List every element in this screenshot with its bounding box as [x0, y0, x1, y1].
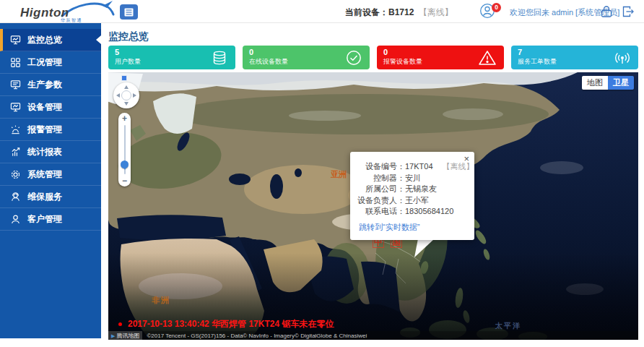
warning-triangle-icon — [478, 49, 497, 67]
popup-row-company: 所属公司：无锡泉友 — [350, 184, 474, 195]
map-zoom-control: + − — [118, 113, 131, 187]
sidebar-item-label: 报警管理 — [27, 124, 62, 136]
pan-down-arrow[interactable] — [124, 102, 129, 106]
hignton-logo: Hignton 华辰智通 — [19, 1, 110, 22]
device-monitor-icon — [9, 101, 21, 113]
close-icon[interactable]: × — [464, 154, 469, 163]
sidebar-item-label: 工况管理 — [27, 56, 62, 69]
sidebar-item-label: 设备管理 — [27, 101, 62, 113]
popup-rows: 设备编号：17KT04【离线】 控制器：安川 所属公司：无锡泉友 设备负责人：王… — [350, 152, 474, 218]
sidebar-item-label: 系统管理 — [27, 168, 62, 181]
device-info-popup: × 设备编号：17KT04【离线】 控制器：安川 所属公司：无锡泉友 设备负责人… — [350, 152, 474, 240]
current-device-status: 【离线】 — [419, 7, 453, 17]
zoom-slider-knob[interactable] — [121, 160, 129, 168]
list-icon — [124, 8, 134, 17]
sidebar-item-system-management[interactable]: 系统管理 — [0, 163, 101, 186]
person-icon — [9, 213, 21, 225]
sidebar-item-label: 生产参数 — [27, 79, 62, 91]
sidebar-item-working-condition[interactable]: 工况管理 — [0, 51, 101, 74]
alarm-ticker: 2017-10-13 13:40:42 华西焊管 17KT24 锯车未在零位 — [118, 318, 334, 330]
sidebar-item-monitor-overview[interactable]: 监控总览 — [0, 29, 101, 51]
sidebar-toggle-button[interactable] — [120, 4, 138, 20]
map-label-pacific: 太平洋 — [495, 321, 521, 331]
tencent-logo-icon: ▶ — [111, 333, 115, 338]
popup-row-device-id: 设备编号：17KT04【离线】 — [350, 161, 474, 173]
pan-left-arrow[interactable] — [116, 93, 120, 98]
sidebar-item-label: 统计报表 — [27, 146, 62, 158]
pan-up-arrow[interactable] — [124, 85, 129, 89]
sidebar-item-production-params[interactable]: 生产参数 — [0, 74, 101, 96]
chart-icon — [9, 146, 21, 158]
current-device-indicator: 当前设备：B1712 【离线】 — [345, 7, 453, 19]
logo-chinese-name: 华辰智通 — [61, 17, 82, 24]
notification-badge[interactable]: 0 — [492, 3, 501, 12]
sidebar-item-statistics-report[interactable]: 统计报表 — [0, 141, 101, 163]
locate-button[interactable] — [121, 75, 127, 81]
welcome-text: 欢迎您回来 — [510, 8, 549, 17]
stat-card-users[interactable]: 5 用户数量 — [108, 46, 235, 69]
map-label-africa: 非洲 — [152, 295, 170, 306]
production-monitor-icon — [9, 79, 21, 90]
app-window: Hignton 华辰智通 当前设备：B1712 【离线】 — [0, 0, 644, 347]
realtime-data-link[interactable]: 跳转到“实时数据” — [359, 222, 419, 233]
sidebar-item-label: 监控总览 — [27, 34, 62, 46]
map-label-asia: 亚洲 — [331, 169, 347, 180]
sidebar-nav: 监控总览 工况管理 生产参数 — [0, 23, 101, 338]
monitor-overview-icon — [9, 34, 21, 46]
current-device-label: 当前设备： — [345, 7, 388, 17]
sidebar-item-device-management[interactable]: 设备管理 — [0, 96, 101, 119]
satellite-mode-button[interactable]: 卫星 — [608, 76, 634, 90]
zoom-in-button[interactable]: + — [118, 113, 131, 124]
siren-icon — [9, 124, 21, 135]
check-circle-icon — [345, 49, 362, 67]
satellite-map[interactable]: 亚洲 中 国 非洲 太平洋 + − 地图 卫星 × — [108, 72, 638, 340]
sidebar-item-label: 客户管理 — [27, 213, 62, 226]
sidebar-item-label: 维保服务 — [27, 191, 62, 203]
attribution-text: ©2017 Tencent - GS(2017)156 - Data© NavI… — [147, 333, 367, 339]
grid-icon — [9, 56, 21, 68]
current-device-value: B1712 — [388, 7, 414, 17]
logout-icon[interactable] — [621, 4, 635, 22]
user-avatar-wrap: 0 — [479, 3, 505, 20]
broadcast-icon — [614, 49, 631, 67]
alert-bullet-icon — [118, 322, 122, 326]
stat-card-work-orders[interactable]: 7 服务工单数量 — [511, 46, 638, 69]
lock-icon[interactable] — [599, 4, 614, 22]
stat-cards-row: 5 用户数量 0 在线设备数量 0 报警 — [108, 46, 638, 69]
top-header: Hignton 华辰智通 当前设备：B1712 【离线】 — [0, 0, 644, 23]
sidebar-item-customer-management[interactable]: 客户管理 — [0, 208, 101, 231]
popup-row-phone: 联系电话：18305684120 — [350, 206, 474, 218]
headset-icon — [9, 191, 21, 202]
tencent-map-logo: ▶ 腾讯地图 — [108, 331, 142, 340]
active-item-notch — [96, 35, 101, 44]
sidebar-item-alarm-management[interactable]: 报警管理 — [0, 119, 101, 141]
database-icon — [211, 49, 228, 67]
pan-right-arrow[interactable] — [133, 93, 136, 98]
popup-row-controller: 控制器：安川 — [350, 173, 474, 184]
map-mode-button[interactable]: 地图 — [582, 76, 608, 90]
stat-card-alarm-devices[interactable]: 0 报警设备数量 — [377, 46, 504, 69]
alarm-ticker-text: 2017-10-13 13:40:42 华西焊管 17KT24 锯车未在零位 — [128, 318, 334, 330]
map-type-toggle: 地图 卫星 — [582, 76, 634, 90]
map-pan-control[interactable] — [113, 82, 139, 108]
gear-icon — [9, 168, 21, 180]
map-attribution: ▶ 腾讯地图 ©2017 Tencent - GS(2017)156 - Dat… — [108, 331, 638, 340]
stat-card-online-devices[interactable]: 0 在线设备数量 — [243, 46, 370, 69]
page-title: 监控总览 — [108, 30, 149, 43]
sidebar-item-maintenance-service[interactable]: 维保服务 — [0, 186, 101, 208]
popup-row-owner: 设备负责人：王小军 — [350, 195, 474, 207]
zoom-out-button[interactable]: − — [118, 176, 131, 186]
